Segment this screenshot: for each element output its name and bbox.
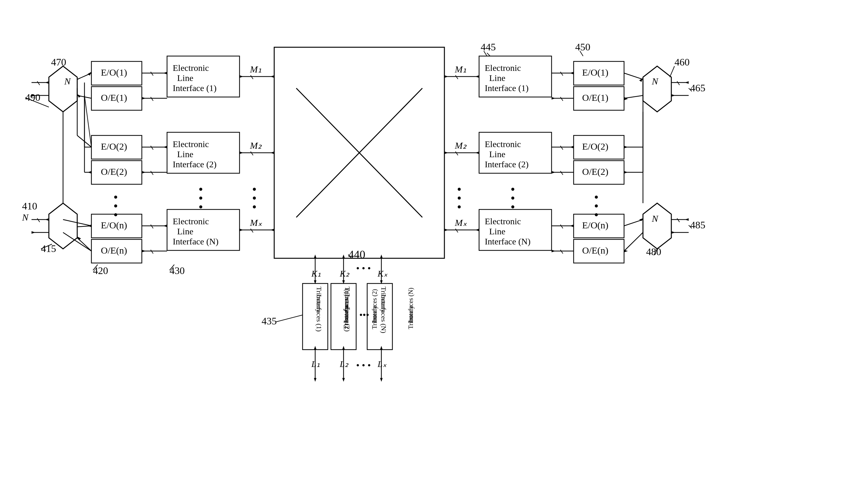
svg-text:Line: Line [177,73,193,83]
k2-label: K₂ [339,269,350,278]
svg-text:Line: Line [489,226,505,236]
svg-text:•: • [252,200,257,214]
eli1-label: Electronic [173,63,209,73]
ref-460-label: 460 [675,56,689,68]
ref-445-label: 445 [480,41,496,53]
ref-480-label: 480 [646,246,661,257]
n-label-bottomright: N [652,213,659,224]
tin-text-interfaces: Interfaces (N) [407,288,415,323]
eli2-label: Electronic [173,139,209,149]
ref-450-label: 450 [575,41,590,53]
svg-text:•: • [511,200,515,214]
ti1-text-interfaces: Interfaces (1) [343,289,350,323]
oen-label: O/E(n) [101,245,127,256]
ref-470-label: 470 [51,56,66,68]
ref-490-label: 490 [25,92,40,103]
eo1-right-label: E/O(1) [582,67,608,78]
ref-415-label: 415 [41,243,56,254]
mx-left-label: Mₓ [250,217,262,228]
kx-label: Kₓ [377,269,388,278]
m1-right-label: M₁ [454,64,467,74]
dots-ti: ••• [359,310,369,320]
elin-label: Electronic [173,216,209,226]
n-label-bottomleft: N [22,212,29,222]
svg-text:Interfaces (N): Interfaces (N) [380,295,388,333]
svg-text:•: • [198,200,203,214]
ref-420-label: 420 [93,265,108,276]
n-label-topright: N [652,76,659,86]
svg-text:Interface (N): Interface (N) [173,237,218,246]
svg-text:Interface (1): Interface (1) [485,83,529,93]
ref-485-label: 485 [690,219,705,230]
svg-text:Interface (N): Interface (N) [485,237,531,246]
oe2-label: O/E(2) [101,166,127,177]
oen-right-label: O/E(n) [582,245,608,256]
ref-430-label: 430 [169,265,185,276]
ref-465-label: 465 [690,82,705,94]
oe1-label: O/E(1) [101,92,127,103]
svg-text:•: • [594,208,599,222]
dots-l: • • • [356,360,371,370]
ti2-text-interfaces: Interfaces (2) [371,289,378,323]
svg-text:Line: Line [489,149,505,159]
m1-left-label: M₁ [250,64,262,74]
eli1-right-label: Electronic [485,63,521,73]
svg-text:Line: Line [489,73,505,83]
ref-410-label: 410 [22,200,37,212]
dots-k: • • • [356,263,371,273]
svg-text:•: • [114,208,118,222]
mx-right-label: Mₓ [454,217,467,228]
l1-label: L₁ [311,359,320,369]
ref-435-label: 435 [262,315,277,327]
m2-right-label: M₂ [454,140,467,151]
eo1-label: E/O(1) [101,67,127,78]
l2-label: L₂ [339,359,349,369]
svg-rect-0 [0,0,868,492]
lx-label: Lₓ [377,359,387,369]
svg-text:Line: Line [177,226,193,236]
eo2-right-label: E/O(2) [582,141,608,152]
svg-text:Interface (1): Interface (1) [173,83,216,93]
oe2-right-label: O/E(2) [582,166,608,177]
elin-right-label: Electronic [485,216,521,226]
svg-text:Line: Line [177,149,193,159]
m2-left-label: M₂ [250,140,262,151]
ref-440-label: 440 [348,248,365,261]
k1-label: K₁ [311,269,321,278]
svg-text:Interface (2): Interface (2) [173,159,216,169]
eo2-label: E/O(2) [101,141,127,152]
svg-text:Interface (2): Interface (2) [485,159,529,169]
svg-text:•: • [457,200,462,214]
n-label-topleft: N [64,76,71,86]
eli2-right-label: Electronic [485,139,521,149]
svg-text:Interfaces (1): Interfaces (1) [315,295,323,332]
oe1-right-label: O/E(1) [582,92,608,103]
patent-diagram: 470 490 N 410 415 N E/O(1) O/E(1) E/O(2) [0,0,868,492]
